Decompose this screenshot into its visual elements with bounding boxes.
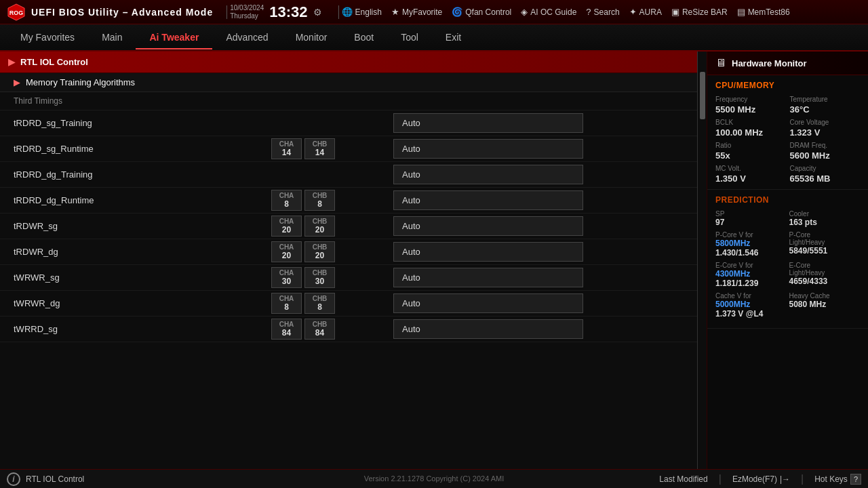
language-button[interactable]: 🌐 English [342, 7, 382, 17]
frequency-value: 5500 MHz [715, 104, 786, 115]
pcore-light-value: 5849/5551 [789, 246, 861, 256]
scrollbar[interactable] [697, 52, 707, 469]
search-label: Search [594, 7, 620, 17]
chb-value-3: 20 [315, 225, 324, 235]
cha-label-1: CHA [279, 140, 294, 148]
twrrd-sg-value[interactable]: Auto [393, 319, 583, 339]
setting-row-trdwr-sg[interactable]: tRDWR_sg CHA 20 CHB 20 Auto [0, 214, 697, 239]
trdrd-sg-runtime-value[interactable]: Auto [393, 139, 583, 159]
clock-display: 13:32 [269, 5, 307, 20]
logo-area: ROG UEFI BIOS Utility – Advanced Mode [7, 3, 213, 22]
twrwr-sg-value[interactable]: Auto [393, 268, 583, 287]
sp-item: SP 97 [715, 210, 787, 227]
search-button[interactable]: ? Search [586, 7, 619, 17]
hotkeys-button[interactable]: Hot Keys ? [814, 474, 861, 485]
trdrd-sg-training-value-area: Auto [393, 113, 684, 133]
tab-main[interactable]: Main [88, 26, 136, 48]
pcore-v-value: 1.430/1.546 [715, 248, 787, 258]
core-voltage-value: 1.323 V [790, 127, 861, 138]
aura-button[interactable]: ✦ AURA [629, 7, 662, 17]
frequency-item: Frequency 5500 MHz [715, 96, 786, 115]
core-voltage-label: Core Voltage [790, 119, 861, 126]
trdwr-sg-channels: CHA 20 CHB 20 [271, 216, 393, 237]
twrwr-dg-channels: CHA 8 CHB 8 [271, 293, 393, 314]
frequency-label: Frequency [715, 96, 786, 103]
last-modified-button[interactable]: Last Modified [659, 474, 707, 484]
tab-exit[interactable]: Exit [432, 26, 475, 48]
memtest-icon: ▤ [737, 7, 745, 17]
cpu-memory-grid: Frequency 5500 MHz Temperature 36°C BCLK… [715, 96, 860, 184]
ezmode-button[interactable]: EzMode(F7) |→ [732, 474, 790, 484]
setting-row-trdrd-dg-training[interactable]: tRDRD_dg_Training Auto [0, 162, 697, 188]
setting-row-twrrd-sg[interactable]: tWRRD_sg CHA 84 CHB 84 Auto [0, 317, 697, 342]
datetime-area: 10/03/2024 Thursday 13:32 ⚙ [230, 4, 321, 20]
third-timings-label: Third Timings [0, 92, 697, 110]
tab-my-favorites[interactable]: My Favorites [7, 26, 88, 48]
cha-value-5: 30 [282, 277, 291, 286]
chb-value-6: 8 [317, 302, 322, 312]
chb-label-6: CHB [313, 295, 328, 302]
trdrd-sg-training-value[interactable]: Auto [393, 113, 583, 133]
temperature-item: Temperature 36°C [790, 96, 861, 115]
ecore-light-item: E-CoreLight/Heavy 4659/4333 [789, 262, 861, 288]
trdrd-dg-runtime-cha-box: CHA 8 [271, 190, 302, 211]
aioc-button[interactable]: ◈ AI OC Guide [521, 7, 576, 17]
resizebar-button[interactable]: ▣ ReSize BAR [671, 7, 728, 17]
ratio-value: 55x [715, 150, 786, 161]
ecore-v-item: E-Core V for 4300MHz 1.181/1.239 [715, 262, 787, 288]
setting-row-trdwr-dg[interactable]: tRDWR_dg CHA 20 CHB 20 Auto [0, 239, 697, 265]
pcore-v-item: P-Core V for 5800MHz 1.430/1.546 [715, 231, 787, 258]
qfan-button[interactable]: 🌀 Qfan Control [452, 7, 511, 17]
cha-label-5: CHA [279, 269, 294, 277]
cache-row: Cache V for 5000MHz 1.373 V @L4 Heavy Ca… [715, 292, 860, 319]
status-bar: i RTL IOL Control Version 2.21.1278 Copy… [0, 469, 868, 488]
cha-label-4: CHA [279, 243, 294, 251]
chb-label-1: CHB [313, 140, 328, 148]
trdrd-dg-runtime-label: tRDRD_dg_Runtime [14, 190, 271, 211]
trdrd-sg-runtime-value-area: Auto [393, 139, 684, 159]
last-modified-label: Last Modified [659, 474, 707, 484]
tab-advanced[interactable]: Advanced [212, 26, 281, 48]
tab-ai-tweaker[interactable]: Ai Tweaker [136, 26, 212, 48]
heavy-cache-label: Heavy Cache [789, 292, 861, 300]
memtest-button[interactable]: ▤ MemTest86 [737, 7, 790, 17]
twrwr-sg-value-area: Auto [393, 268, 684, 287]
ecore-v-value: 1.181/1.239 [715, 279, 787, 288]
myfavorite-button[interactable]: ★ MyFavorite [391, 7, 442, 17]
setting-row-trdrd-sg-training[interactable]: tRDRD_sg_Training Auto [0, 110, 697, 136]
twrwr-sg-channels: CHA 30 CHB 30 [271, 267, 393, 288]
trdwr-sg-value[interactable]: Auto [393, 216, 583, 236]
monitor-icon: 🖥 [715, 57, 726, 69]
pcore-v-label: P-Core V for [715, 231, 787, 239]
ecore-light-label: E-CoreLight/Heavy [789, 262, 861, 277]
scroll-thumb[interactable] [700, 72, 705, 119]
tab-monitor[interactable]: Monitor [282, 26, 341, 48]
bios-title: UEFI BIOS Utility – Advanced Mode [31, 7, 213, 18]
setting-row-trdrd-dg-runtime[interactable]: tRDRD_dg_Runtime CHA 8 CHB 8 Auto [0, 188, 697, 214]
trdwr-dg-value[interactable]: Auto [393, 242, 583, 262]
trdwr-sg-chb-box: CHB 20 [304, 216, 335, 237]
twrwr-dg-value[interactable]: Auto [393, 293, 583, 313]
trdrd-sg-runtime-cha-box: CHA 14 [271, 138, 302, 159]
setting-row-twrwr-sg[interactable]: tWRWR_sg CHA 30 CHB 30 Auto [0, 265, 697, 291]
bios-settings-icon[interactable]: ⚙ [313, 7, 322, 18]
tab-tool[interactable]: Tool [387, 26, 432, 48]
memory-training-header[interactable]: ▶ Memory Training Algorithms [0, 73, 697, 92]
chb-value-7: 84 [315, 328, 324, 338]
trdrd-dg-training-value[interactable]: Auto [393, 165, 583, 184]
divider-1 [226, 5, 227, 19]
twrwr-sg-chb-box: CHB 30 [304, 267, 335, 288]
trdwr-sg-label: tRDWR_sg [14, 216, 271, 237]
rtl-iol-control-header[interactable]: ▶ RTL IOL Control [0, 52, 697, 73]
mc-volt-label: MC Volt. [715, 165, 786, 172]
cache-v-value: 1.373 V @L4 [715, 309, 787, 319]
memory-training-label: Memory Training Algorithms [26, 77, 135, 87]
setting-row-twrwr-dg[interactable]: tWRWR_dg CHA 8 CHB 8 Auto [0, 291, 697, 317]
tab-boot[interactable]: Boot [340, 26, 387, 48]
heavy-cache-item: Heavy Cache 5080 MHz [789, 292, 861, 319]
trdrd-dg-runtime-value[interactable]: Auto [393, 190, 583, 210]
setting-row-trdrd-sg-runtime[interactable]: tRDRD_sg_Runtime CHA 14 CHB 14 Auto [0, 136, 697, 162]
cooler-label: Cooler [789, 210, 861, 218]
ecore-light-value: 4659/4333 [789, 277, 861, 286]
rtl-iol-label: RTL IOL Control [20, 57, 88, 67]
